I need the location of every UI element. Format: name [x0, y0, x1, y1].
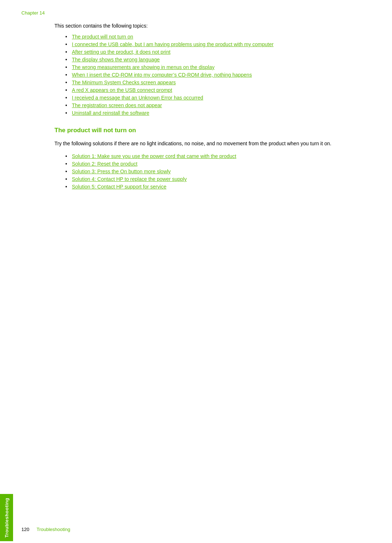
solution-link-2[interactable]: Solution 2: Reset the product [72, 161, 138, 167]
list-item: Solution 2: Reset the product [65, 161, 356, 167]
page-footer: 120 Troubleshooting [0, 527, 392, 532]
page-container: Chapter 14 This section contains the fol… [0, 0, 392, 543]
topic-link-7[interactable]: The Minimum System Checks screen appears [72, 80, 176, 85]
topic-link-1[interactable]: The product will not turn on [72, 34, 133, 40]
list-item: After setting up the product, it does no… [65, 49, 356, 55]
section1-heading: The product will not turn on [54, 127, 356, 134]
topic-link-9[interactable]: I received a message that an Unknown Err… [72, 95, 203, 101]
solution-link-5[interactable]: Solution 5: Contact HP support for servi… [72, 184, 166, 190]
list-item: I received a message that an Unknown Err… [65, 95, 356, 101]
solutions-list: Solution 1: Make sure you use the power … [65, 153, 356, 190]
side-tab: Troubleshooting [0, 494, 13, 541]
list-item: The display shows the wrong language [65, 57, 356, 62]
topic-link-8[interactable]: A red X appears on the USB connect promp… [72, 87, 172, 93]
list-item: The product will not turn on [65, 34, 356, 40]
solution-link-3[interactable]: Solution 3: Press the On button more slo… [72, 169, 171, 174]
intro-text: This section contains the following topi… [54, 23, 356, 29]
list-item: I connected the USB cable, but I am havi… [65, 41, 356, 47]
main-content: This section contains the following topi… [0, 16, 392, 190]
footer-page-number: 120 [21, 527, 29, 532]
list-item: Solution 1: Make sure you use the power … [65, 153, 356, 159]
list-item: The registration screen does not appear [65, 102, 356, 108]
topic-link-6[interactable]: When I insert the CD-ROM into my compute… [72, 72, 252, 78]
footer-chapter-title: Troubleshooting [37, 527, 70, 532]
section1-intro: Try the following solutions if there are… [54, 140, 356, 147]
topic-link-5[interactable]: The wrong measurements are showing in me… [72, 64, 215, 70]
list-item: The wrong measurements are showing in me… [65, 64, 356, 70]
list-item: A red X appears on the USB connect promp… [65, 87, 356, 93]
list-item: Solution 3: Press the On button more slo… [65, 169, 356, 174]
list-item: When I insert the CD-ROM into my compute… [65, 72, 356, 78]
chapter-label: Chapter 14 [0, 0, 392, 16]
list-item: Solution 5: Contact HP support for servi… [65, 184, 356, 190]
topics-list: The product will not turn on I connected… [65, 34, 356, 116]
list-item: Solution 4: Contact HP to replace the po… [65, 176, 356, 182]
topic-link-11[interactable]: Uninstall and reinstall the software [72, 110, 149, 116]
solution-link-1[interactable]: Solution 1: Make sure you use the power … [72, 153, 236, 159]
list-item: Uninstall and reinstall the software [65, 110, 356, 116]
solution-link-4[interactable]: Solution 4: Contact HP to replace the po… [72, 176, 187, 182]
list-item: The Minimum System Checks screen appears [65, 80, 356, 85]
topic-link-3[interactable]: After setting up the product, it does no… [72, 49, 171, 55]
topic-link-10[interactable]: The registration screen does not appear [72, 102, 162, 108]
topic-link-2[interactable]: I connected the USB cable, but I am havi… [72, 41, 274, 47]
topic-link-4[interactable]: The display shows the wrong language [72, 57, 160, 62]
